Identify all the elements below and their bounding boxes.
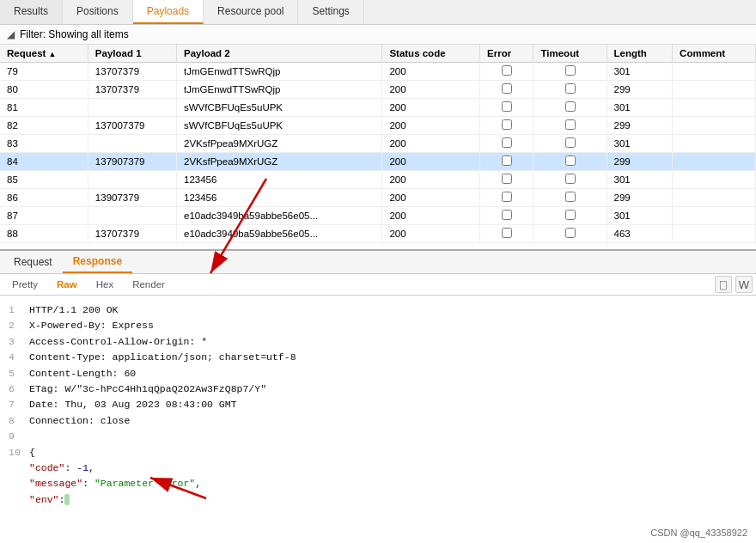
cell-timeout[interactable] xyxy=(533,117,607,135)
response-line: 4Content-Type: application/json; charset… xyxy=(9,350,747,365)
filter-bar: ◢ Filter: Showing all items xyxy=(0,25,756,45)
cell-payload2: 123456 xyxy=(177,189,382,207)
line-number: 2 xyxy=(9,318,22,333)
filter-icon: ◢ xyxy=(7,28,15,40)
cell-request-id: 83 xyxy=(0,135,88,153)
cell-error[interactable] xyxy=(480,171,533,189)
json-key: "code" xyxy=(29,462,64,473)
col-header-request[interactable]: Request ▲ xyxy=(0,45,88,63)
cell-request-id: 88 xyxy=(0,225,88,243)
cell-payload2: tJmGEnwdTTSwRQjp xyxy=(177,63,382,81)
line-text: "message": "Parameter error", xyxy=(29,476,201,491)
line-text: Content-Type: application/json; charset=… xyxy=(29,350,296,365)
cell-error[interactable] xyxy=(480,99,533,117)
cell-length: 299 xyxy=(607,189,673,207)
cell-status: 200 xyxy=(382,99,480,117)
line-text: { xyxy=(29,445,35,461)
cell-timeout[interactable] xyxy=(533,153,607,171)
cell-error[interactable] xyxy=(480,207,533,225)
cell-request-id: 84 xyxy=(0,153,88,171)
col-header-length[interactable]: Length xyxy=(607,45,673,63)
line-number: 10 xyxy=(9,445,22,461)
cell-status: 200 xyxy=(382,117,480,135)
cell-status: 200 xyxy=(382,225,480,243)
line-number: 5 xyxy=(9,366,22,381)
tab-payloads[interactable]: Payloads xyxy=(133,0,204,24)
table-row[interactable]: 8613 907379123456200299 xyxy=(0,189,756,207)
line-text: } xyxy=(29,508,35,509)
subtab-raw[interactable]: Raw xyxy=(48,277,86,292)
cell-length: 301 xyxy=(607,171,673,189)
col-header-status[interactable]: Status code xyxy=(382,45,480,63)
col-header-payload1[interactable]: Payload 1 xyxy=(88,45,176,63)
cell-error[interactable] xyxy=(480,135,533,153)
tab-response[interactable]: Response xyxy=(63,251,132,273)
cell-payload1 xyxy=(88,99,176,117)
table-row[interactable]: 80137 07379tJmGEnwdTTSwRQjp200299 xyxy=(0,81,756,99)
cell-timeout[interactable] xyxy=(533,171,607,189)
cell-comment xyxy=(673,117,756,135)
cell-error[interactable] xyxy=(480,153,533,171)
tab-results[interactable]: Results xyxy=(0,0,63,24)
subtab-hex[interactable]: Hex xyxy=(88,277,122,292)
copy-icon[interactable]: ⎕ xyxy=(715,276,732,293)
subtab-pretty[interactable]: Pretty xyxy=(3,277,46,292)
cell-timeout[interactable] xyxy=(533,135,607,153)
cell-timeout[interactable] xyxy=(533,189,607,207)
cell-status: 200 xyxy=(382,207,480,225)
cell-error[interactable] xyxy=(480,63,533,81)
cell-length: 299 xyxy=(607,81,673,99)
table-header-row: Request ▲ Payload 1 Payload 2 Status cod… xyxy=(0,45,756,63)
filter-text: Filter: Showing all items xyxy=(20,28,129,40)
line-number: 9 xyxy=(9,429,22,444)
cell-timeout[interactable] xyxy=(533,99,607,117)
cell-length: 301 xyxy=(607,135,673,153)
col-header-error[interactable]: Error xyxy=(480,45,533,63)
table-row[interactable]: 79137 07379tJmGEnwdTTSwRQjp200301 xyxy=(0,63,756,81)
cell-comment xyxy=(673,171,756,189)
table-row[interactable]: 87e10adc3949ba59abbe56e05...200301 xyxy=(0,207,756,225)
line-number: 8 xyxy=(9,413,22,429)
cell-timeout[interactable] xyxy=(533,207,607,225)
cell-length: 301 xyxy=(607,99,673,117)
cell-payload1 xyxy=(88,207,176,225)
line-text: ETag: W/"3c-hPcC4Hh1qQpaQ2O2Aw3FzQ8p7/Y" xyxy=(29,381,266,397)
cell-error[interactable] xyxy=(480,81,533,99)
cell-timeout[interactable] xyxy=(533,225,607,243)
table-row[interactable]: 84137 9073792VKsfPpea9MXrUGZ200299 xyxy=(0,153,756,171)
cell-timeout[interactable] xyxy=(533,63,607,81)
cell-error[interactable] xyxy=(480,117,533,135)
table-row[interactable]: 88137 07379e10adc3949ba59abbe56e05...200… xyxy=(0,225,756,243)
cell-error[interactable] xyxy=(480,189,533,207)
table-row[interactable]: 832VKsfPpea9MXrUGZ200301 xyxy=(0,135,756,153)
response-tabs-bar: Request Response xyxy=(0,251,756,274)
cell-payload1 xyxy=(88,135,176,153)
col-header-timeout[interactable]: Timeout xyxy=(533,45,607,63)
response-line: } xyxy=(9,508,747,509)
watermark: CSDN @qq_43358922 xyxy=(650,528,747,538)
cell-error[interactable] xyxy=(480,225,533,243)
wrap-icon[interactable]: W xyxy=(735,276,753,293)
cell-payload2: 2VKsfPpea9MXrUGZ xyxy=(177,153,382,171)
col-header-payload2[interactable]: Payload 2 xyxy=(177,45,382,63)
tab-settings[interactable]: Settings xyxy=(298,0,363,24)
tab-positions[interactable]: Positions xyxy=(63,0,133,24)
cell-payload2: e10adc3949ba59abbe56e05... xyxy=(177,207,382,225)
col-header-comment[interactable]: Comment xyxy=(673,45,756,63)
line-number xyxy=(9,492,22,508)
cell-request-id: 81 xyxy=(0,99,88,117)
cell-payload1: 137 07379 xyxy=(88,81,176,99)
table-row[interactable]: 81sWVfCBFUqEs5uUPK200301 xyxy=(0,99,756,117)
cell-payload1: 137 907379 xyxy=(88,153,176,171)
cell-timeout[interactable] xyxy=(533,81,607,99)
json-value: "Parameter error" xyxy=(94,478,195,489)
tab-request[interactable]: Request xyxy=(3,252,63,272)
table-row[interactable]: 82137 007379sWVfCBFUqEs5uUPK200299 xyxy=(0,117,756,135)
cell-payload2: tJmGEnwdTTSwRQjp xyxy=(177,81,382,99)
tab-resource-pool[interactable]: Resource pool xyxy=(204,0,298,24)
table-row[interactable]: 85123456200301 xyxy=(0,171,756,189)
cell-payload1: 13 907379 xyxy=(88,189,176,207)
response-line: 7Date: Thu, 03 Aug 2023 08:43:00 GMT xyxy=(9,397,747,412)
subtab-render[interactable]: Render xyxy=(124,277,174,292)
line-text: Date: Thu, 03 Aug 2023 08:43:00 GMT xyxy=(29,397,237,412)
